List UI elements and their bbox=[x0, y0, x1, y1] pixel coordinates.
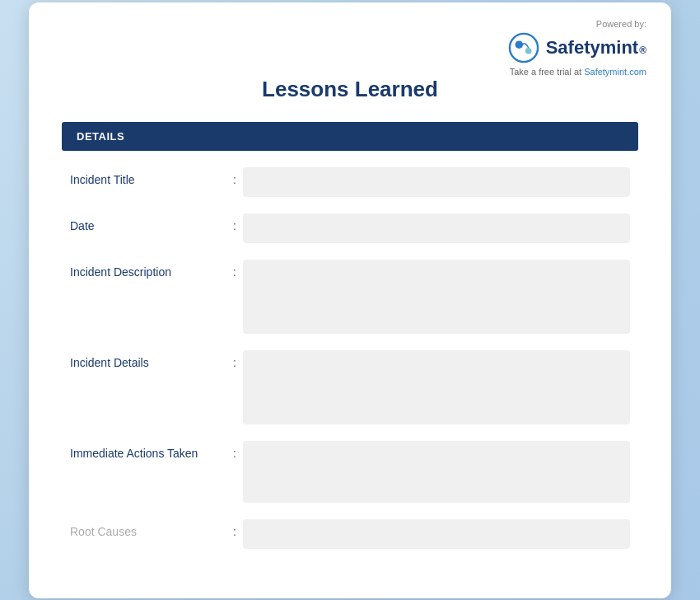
label-immediate-actions: Immediate Actions Taken bbox=[70, 441, 226, 460]
input-area-incident-title bbox=[243, 167, 630, 197]
colon-incident-title: : bbox=[226, 167, 243, 186]
svg-point-0 bbox=[510, 33, 538, 61]
form-row-incident-title: Incident Title : bbox=[62, 167, 638, 197]
input-area-incident-details bbox=[243, 350, 630, 424]
input-area-immediate-actions bbox=[243, 441, 630, 503]
form-row-root-causes: Root Causes : bbox=[62, 519, 638, 549]
brand-registered: ® bbox=[639, 45, 646, 56]
immediate-actions-input[interactable] bbox=[243, 441, 630, 503]
brand-area: Powered by: Safetymint ® Take a free tri… bbox=[508, 19, 646, 77]
root-causes-input[interactable] bbox=[243, 519, 630, 549]
main-card: Powered by: Safetymint ® Take a free tri… bbox=[29, 2, 671, 598]
svg-point-2 bbox=[525, 48, 532, 54]
trial-text: Take a free trial at Safetymint.com bbox=[508, 67, 646, 77]
svg-point-1 bbox=[515, 40, 523, 49]
colon-date: : bbox=[226, 213, 243, 232]
incident-description-input[interactable] bbox=[243, 260, 630, 334]
colon-incident-description: : bbox=[226, 260, 243, 279]
label-incident-description: Incident Description bbox=[70, 260, 226, 279]
label-incident-title: Incident Title bbox=[70, 167, 226, 186]
input-area-date bbox=[243, 213, 630, 243]
incident-details-input[interactable] bbox=[243, 350, 630, 424]
label-root-causes: Root Causes bbox=[70, 519, 226, 538]
form-row-incident-description: Incident Description : bbox=[62, 260, 638, 334]
page-title: Lessons Learned bbox=[62, 77, 638, 102]
form-row-incident-details: Incident Details : bbox=[62, 350, 638, 424]
incident-title-input[interactable] bbox=[243, 167, 630, 197]
section-header-details: DETAILS bbox=[62, 122, 638, 151]
brand-logo: Safetymint ® bbox=[508, 32, 646, 63]
label-date: Date bbox=[70, 213, 226, 232]
trial-link[interactable]: Safetymint.com bbox=[584, 67, 646, 77]
powered-by-text: Powered by: bbox=[508, 19, 646, 29]
form-row-immediate-actions: Immediate Actions Taken : bbox=[62, 441, 638, 503]
form-row-date: Date : bbox=[62, 213, 638, 243]
colon-immediate-actions: : bbox=[226, 441, 243, 460]
safetymint-logo-icon bbox=[508, 32, 539, 63]
label-incident-details: Incident Details bbox=[70, 350, 226, 369]
brand-name: Safetymint bbox=[546, 37, 638, 59]
input-area-incident-description bbox=[243, 260, 630, 334]
colon-root-causes: : bbox=[226, 519, 243, 538]
input-area-root-causes bbox=[243, 519, 630, 549]
date-input[interactable] bbox=[243, 213, 630, 243]
colon-incident-details: : bbox=[226, 350, 243, 369]
